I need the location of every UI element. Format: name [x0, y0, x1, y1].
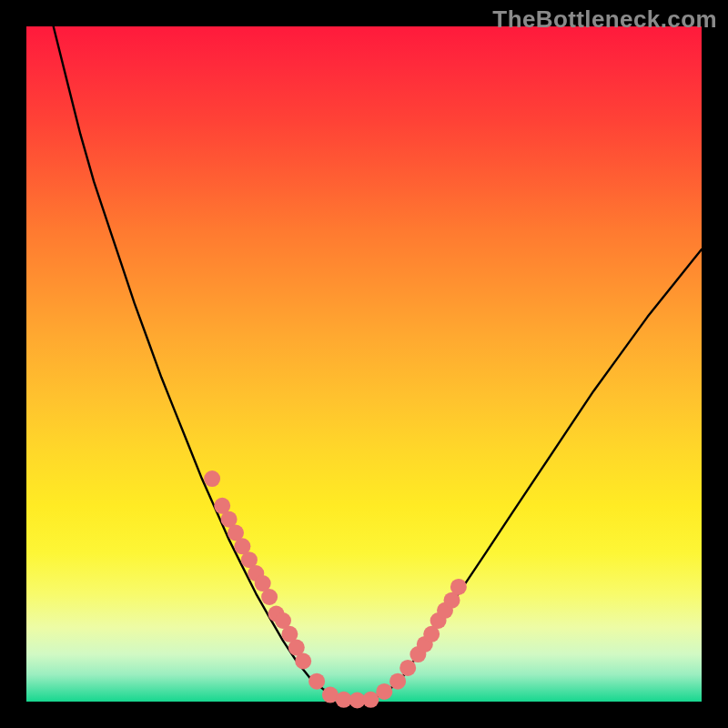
plot-area: [26, 26, 702, 702]
highlight-dot: [295, 653, 311, 670]
chart-svg: [26, 26, 702, 702]
highlight-dot: [204, 470, 220, 487]
highlight-dot: [376, 683, 392, 700]
highlight-dot: [261, 589, 278, 605]
watermark-text: TheBottleneck.com: [492, 5, 717, 34]
highlight-dot: [399, 660, 416, 676]
dots-group: [204, 470, 467, 708]
highlight-dot: [450, 579, 467, 595]
highlight-dot: [389, 673, 406, 690]
curve-group: [54, 26, 702, 701]
highlight-dot: [308, 673, 325, 690]
bottleneck-curve-path: [54, 26, 702, 701]
